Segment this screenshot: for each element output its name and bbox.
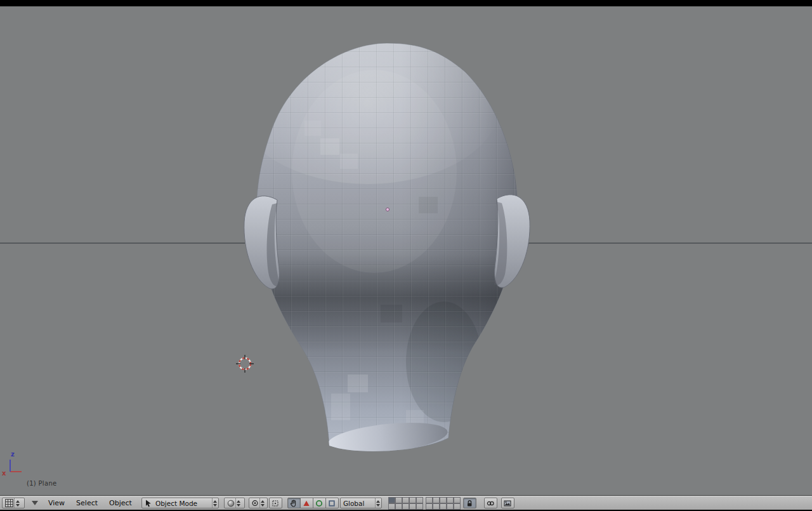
collapse-menus-button[interactable] — [29, 498, 41, 508]
lock-button[interactable] — [463, 498, 476, 508]
layer-toggle-2[interactable] — [395, 497, 402, 503]
layer-toggle-19[interactable] — [447, 503, 454, 510]
axis-indicator — [10, 460, 22, 472]
viewport-header: View Select Object Object Mode — [0, 496, 812, 510]
combo-spinner[interactable] — [212, 498, 218, 508]
manipulator-hand-button[interactable] — [287, 498, 301, 508]
grid-editor-icon — [4, 498, 14, 508]
layer-toggle-13[interactable] — [440, 497, 447, 503]
layer-toggle-9[interactable] — [409, 503, 416, 510]
layer-toggle-10[interactable] — [416, 503, 423, 510]
cursor-3d — [236, 355, 254, 373]
viewport-status-text: (1) Plane — [27, 480, 56, 487]
layer-group-1 — [388, 497, 423, 510]
move-centers-button[interactable] — [269, 498, 282, 508]
drawtype-combo[interactable] — [224, 498, 245, 508]
mode-combo-label: Object Mode — [153, 500, 212, 507]
object-center-dot — [386, 208, 389, 211]
render-preview-icon — [503, 499, 512, 508]
layer-toggle-12[interactable] — [433, 497, 440, 503]
axis-x-label: x — [2, 470, 6, 477]
layer-toggle-11[interactable] — [426, 497, 433, 503]
layer-toggle-4[interactable] — [409, 497, 416, 503]
manipulator-translate-button[interactable] — [300, 498, 313, 508]
layer-toggle-1[interactable] — [388, 497, 395, 503]
axis-z-label: z — [11, 451, 15, 458]
head-shading — [235, 19, 522, 458]
orientation-combo[interactable]: Global — [340, 498, 382, 508]
scale-square-icon — [327, 499, 336, 508]
menu-select[interactable]: Select — [70, 496, 103, 510]
layer-toggle-7[interactable] — [395, 503, 402, 510]
move-centers-icon — [271, 499, 280, 508]
layer-toggle-6[interactable] — [388, 503, 395, 510]
layer-toggle-16[interactable] — [426, 503, 433, 510]
layer-toggle-20[interactable] — [454, 503, 461, 510]
chevron-down-icon — [32, 501, 38, 505]
head-mesh[interactable] — [235, 19, 530, 458]
manipulator-scale-button[interactable] — [325, 498, 339, 508]
layer-toggle-17[interactable] — [433, 503, 440, 510]
layer-toggle-5[interactable] — [416, 497, 423, 503]
menu-object[interactable]: Object — [103, 496, 138, 510]
window-top-strip — [0, 0, 812, 6]
viewport-3d[interactable]: x z (1) Plane — [0, 6, 812, 496]
pivot-median-icon — [251, 499, 259, 508]
link-button[interactable] — [484, 498, 497, 508]
editor-type-combo[interactable] — [2, 498, 25, 508]
pivot-combo[interactable] — [249, 498, 268, 508]
mode-combo[interactable]: Object Mode — [141, 498, 219, 508]
drawtype-solid-icon — [226, 499, 235, 508]
scene-canvas — [0, 6, 812, 495]
combo-spinner[interactable] — [375, 498, 381, 508]
layer-toggle-8[interactable] — [402, 503, 409, 510]
layer-toggle-3[interactable] — [402, 497, 409, 503]
mode-pointer-icon — [144, 499, 153, 508]
combo-spinner[interactable] — [14, 498, 20, 508]
manipulator-toggle-group — [287, 498, 339, 508]
lock-icon — [465, 499, 474, 508]
layer-toggle-15[interactable] — [454, 497, 461, 503]
render-preview-button[interactable] — [501, 498, 514, 508]
hand-icon — [289, 499, 298, 508]
combo-spinner[interactable] — [235, 498, 242, 508]
layer-toggle-18[interactable] — [440, 503, 447, 510]
link-icon — [486, 499, 495, 508]
rotate-circle-icon — [315, 499, 324, 508]
translate-arrow-icon — [302, 499, 311, 508]
layer-group-2 — [426, 497, 461, 510]
manipulator-rotate-button[interactable] — [313, 498, 326, 508]
orientation-combo-label: Global — [341, 500, 375, 507]
layer-toggle-14[interactable] — [447, 497, 454, 503]
menu-view[interactable]: View — [43, 496, 70, 510]
combo-spinner[interactable] — [259, 498, 266, 508]
